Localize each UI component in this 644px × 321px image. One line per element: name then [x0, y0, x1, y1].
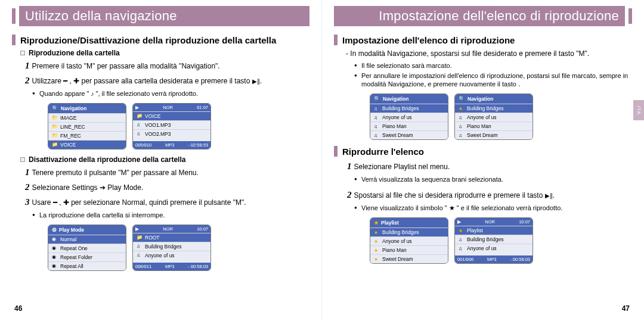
h2-repro: Riproduzione/Disattivazione della riprod… [20, 35, 276, 45]
minus-plus-icon: ━ , ✚ [53, 198, 69, 207]
star-icon: ★ [374, 230, 380, 235]
radio-icon: ◉ [52, 236, 58, 242]
music-icon: ♫ [137, 253, 143, 258]
page-number-right: 47 [622, 304, 630, 313]
page-title-left: Utilizzo della navigazione [25, 8, 177, 24]
screenshot-row-2: ⚙Play Mode ◉Normal ◉Repeat One ◉Repeat F… [48, 225, 309, 271]
device-playmode: ⚙Play Mode ◉Normal ◉Repeat One ◉Repeat F… [48, 225, 126, 271]
folder-icon: 📁 [52, 133, 58, 138]
minus-plus-icon: ━ , ✚ [63, 77, 79, 85]
sub-marker [20, 51, 25, 55]
banner-left: Utilizzo della navigazione [12, 6, 309, 26]
device-nav: 🔍Navigation 📁IMAGE 📁LINE_REC 📁FM_REC 📁VO… [48, 103, 126, 149]
screenshot-row-r2: ★Playlist ★Building Bridges ★Anyone of u… [370, 217, 632, 264]
music-icon: ♫ [374, 106, 380, 111]
step-2: 2Utilizzare ━ , ✚ per passare alla carte… [25, 74, 309, 87]
bullet-rb1: Verrà visualizzata la sequenza brani sel… [354, 175, 632, 184]
screenshot-row-r1: 🔍Navigation ♫Building Bridges ♫Anyone of… [370, 94, 632, 140]
page-left: Utilizzo della navigazione Riproduzione/… [0, 0, 322, 321]
device-nav-r2: 🔍Navigation ★Building Bridges ♫Anyone of… [454, 94, 533, 140]
step-r1: 1Selezionare Playlist nel menu. [347, 160, 632, 173]
section-heading-r2: Riprodurre l'elenco [334, 146, 632, 157]
music-icon: ♫ [137, 131, 143, 136]
page-title-right: Impostazione dell'elenco di riproduzione [379, 8, 619, 24]
screenshot-row-1: 🔍Navigation 📁IMAGE 📁LINE_REC 📁FM_REC 📁VO… [48, 103, 309, 149]
bullet-r2: Per annullare le impostazioni dell'elenc… [354, 71, 632, 89]
bullet-1: Quando appare " ♪ ", il file selezionato… [32, 89, 309, 98]
play-icon: ▶ [135, 105, 139, 110]
device-playlist: ★Playlist ★Building Bridges ★Anyone of u… [370, 217, 448, 264]
step-d2: 2Selezionare Settings ➔ Play Mode. [25, 181, 309, 194]
bullet-r1: Il file selezionato sarà marcato. [354, 61, 632, 70]
play-pause-icon: ▶∥ [252, 77, 260, 86]
subheading-2: Disattivazione della riproduzione della … [20, 155, 309, 164]
language-tab: ITA [633, 100, 644, 120]
music-icon: ♫ [137, 122, 143, 127]
banner-accent [12, 8, 16, 24]
search-icon: 🔍 [52, 105, 58, 111]
device-nowplaying-1: ▶NOR01:07 📁VOICE ♫VOO1.MP3 ♫VOO2.MP3 005… [132, 103, 211, 149]
section-heading-r1: Impostazione dell'elenco di riproduzione [334, 35, 632, 45]
sub-marker [20, 157, 25, 162]
step-d1: 1Tenere premuto il pulsante "M" per pass… [25, 166, 309, 179]
sub2-text: Disattivazione della riproduzione della … [29, 155, 185, 164]
folder-icon: 📁 [137, 235, 143, 240]
folder-icon: 📁 [137, 113, 143, 119]
music-icon: ♫ [137, 244, 143, 249]
star-icon: ★ [459, 228, 465, 233]
h2-riprodurre: Riprodurre l'elenco [342, 147, 424, 157]
star-icon: ★ [459, 106, 465, 111]
play-pause-icon: ▶∥ [545, 192, 553, 200]
sub1-text: Riproduzione della cartella [29, 49, 120, 57]
heading-accent [334, 35, 338, 45]
banner-accent [628, 8, 632, 24]
folder-icon: 📁 [52, 142, 58, 147]
bullet-d1: La riproduzione della cartella si interr… [32, 211, 309, 220]
step-1: 1Premere il tasto "M" per passare alla m… [25, 60, 309, 72]
star-icon: ★ [374, 220, 379, 226]
device-nav-r1: 🔍Navigation ♫Building Bridges ♫Anyone of… [370, 94, 448, 140]
banner-right: Impostazione dell'elenco di riproduzione [334, 6, 632, 26]
search-icon: 🔍 [374, 96, 380, 102]
folder-icon: 📁 [52, 115, 58, 120]
step-r2: 2Spostarsi al file che si desidera ripro… [347, 189, 632, 201]
folder-icon: 📁 [52, 124, 58, 129]
gear-icon: ⚙ [52, 227, 57, 233]
heading-accent [12, 35, 16, 45]
subheading-1: Riproduzione della cartella [20, 49, 309, 57]
step-d3: 3Usare ━ , ✚ per selezionare Normal, qui… [25, 196, 309, 208]
device-nowplaying-r: ▶NOR10:07 ★Playlist ♫Building Bridges ♫A… [454, 217, 533, 264]
search-icon: 🔍 [459, 96, 465, 102]
device-nowplaying-2: ▶NOR10:07 📁ROOT ♫Building Bridges ♫Anyon… [132, 225, 211, 271]
play-icon: ▶ [457, 219, 461, 225]
h2-impostazione: Impostazione dell'elenco di riproduzione [342, 35, 515, 45]
dash-text: - In modalità Navigazione, spostarsi sul… [346, 49, 632, 59]
page-right: Impostazione dell'elenco di riproduzione… [322, 0, 644, 321]
play-icon: ▶ [135, 226, 139, 232]
bullet-rb2: Viene visualizzato il simbolo " ★ " e il… [354, 204, 632, 213]
heading-accent [334, 146, 338, 157]
section-heading: Riproduzione/Disattivazione della riprod… [12, 35, 309, 45]
page-number-left: 46 [14, 304, 22, 313]
